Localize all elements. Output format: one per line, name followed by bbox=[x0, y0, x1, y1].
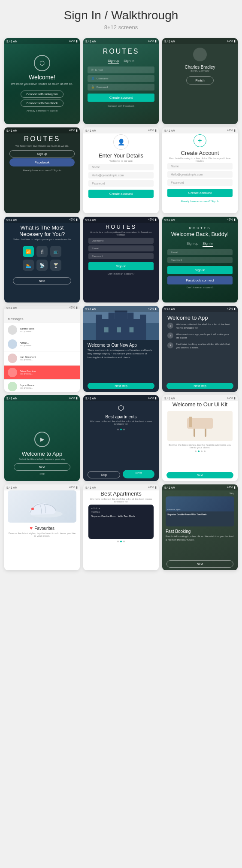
apt-white-heading: Best Apartments bbox=[100, 490, 141, 497]
signin-btn-2[interactable]: Sign in bbox=[167, 266, 233, 274]
apt-heading: Best apartments bbox=[106, 414, 137, 419]
next-step-btn-3[interactable]: Next step bbox=[166, 383, 233, 389]
screen-welcome-aurora: 9:41 AM 42% ▮ ▶ Welcome to App Select fa… bbox=[4, 395, 80, 481]
create-account-btn-2[interactable]: Create account bbox=[167, 189, 233, 197]
user-name: Charles Bradley bbox=[185, 65, 215, 70]
user-location: Berlin, Germany bbox=[191, 70, 209, 72]
status-bar-18: 9:41 AM 42% ▮ bbox=[162, 484, 238, 490]
welcome-subtext: We hope you'll love Routes as much as we… bbox=[11, 82, 73, 85]
svg-rect-10 bbox=[130, 327, 134, 333]
list-item-1: Sarah Harris text preview... bbox=[4, 323, 80, 337]
necessary-heading: What is The Most Necesery for You? bbox=[9, 224, 76, 237]
status-bar-9: 9:41 AM 42% ▮ bbox=[162, 217, 238, 223]
next-btn-3[interactable]: Next bbox=[123, 470, 154, 478]
skip-link-2[interactable]: Skip bbox=[229, 492, 234, 495]
page-container: Sign In / Walkthrough 8+12 screens 9:41 … bbox=[0, 0, 242, 579]
shoe-image bbox=[8, 490, 76, 523]
lock-icon: 🔒 bbox=[91, 85, 95, 89]
email-field[interactable]: ✉ E-mail bbox=[88, 67, 154, 73]
name-field[interactable]: Name bbox=[88, 164, 154, 170]
necessary-subtext: Select facilities to help improve your s… bbox=[13, 238, 71, 241]
bar-icon-btn[interactable]: 🍸 bbox=[50, 260, 61, 271]
screen-favourites: 9:41 AM 42% ▮ ♥ Favo bbox=[4, 484, 80, 570]
utensils-icon-btn[interactable]: 🍴 bbox=[36, 246, 48, 257]
signin-link-2[interactable]: Already have an account? Sign in bbox=[23, 169, 61, 172]
next-btn-2[interactable]: Next bbox=[14, 463, 70, 471]
wifi-icon-btn[interactable]: 📶 bbox=[23, 246, 34, 257]
status-bar-13: 9:41 AM 42% ▮ bbox=[4, 395, 80, 401]
email-field-4[interactable]: E-mail bbox=[88, 245, 154, 251]
create-account-btn[interactable]: Create account bbox=[88, 94, 154, 102]
no-account-link-2[interactable]: Don't have an account? bbox=[187, 286, 214, 289]
svg-rect-7 bbox=[115, 311, 127, 323]
status-bar-12: 9:41 AM 42% ▮ bbox=[162, 306, 238, 312]
username-field-2[interactable]: Username bbox=[88, 238, 154, 244]
tab-signin[interactable]: Sign In bbox=[124, 58, 134, 64]
password-field-3[interactable]: Password bbox=[167, 179, 233, 186]
tab-row: Sign up Sign In bbox=[108, 58, 134, 64]
favourites-subtext: Browse the latest styles, tap the heart … bbox=[8, 532, 76, 537]
next-btn-4[interactable]: Next bbox=[166, 472, 233, 478]
name-field-3[interactable]: Name bbox=[167, 163, 233, 169]
uikit-heading: Welcome to Our Ui Kit bbox=[172, 401, 227, 408]
next-btn-5[interactable]: Next bbox=[166, 560, 233, 568]
tab-signin-2[interactable]: Sign In bbox=[203, 241, 213, 247]
email-field-3[interactable]: Hello@greatsimple.com bbox=[167, 171, 233, 178]
dots-indicator bbox=[117, 429, 125, 430]
hotel-name-label: Superior Double-Room With Two Beds bbox=[167, 513, 233, 516]
skip-btn[interactable]: Skip bbox=[88, 471, 120, 478]
facebook-connect-btn[interactable]: Facebook connect bbox=[167, 276, 233, 284]
signin-link[interactable]: Already a member? Sign In bbox=[27, 109, 58, 112]
password-field-4[interactable]: Password bbox=[88, 253, 154, 259]
fast-booking-subtext: Fast hotel booking in a few clicks. We w… bbox=[166, 535, 234, 542]
instagram-btn[interactable]: Connect with Instagram bbox=[21, 91, 64, 98]
no-account-link[interactable]: Don't have an account? bbox=[108, 272, 135, 275]
uikit-dots bbox=[195, 451, 206, 452]
status-bar-5: 9:41 AM 42% ▮ bbox=[83, 127, 159, 133]
castle-body: There are trends in eveningwear – silhou… bbox=[88, 348, 154, 359]
password-field-2[interactable]: Password bbox=[88, 180, 154, 187]
password-field[interactable]: 🔒 Password bbox=[88, 84, 154, 91]
create-btn[interactable]: Create account bbox=[88, 190, 154, 198]
tab-signup[interactable]: Sign up bbox=[108, 58, 119, 64]
screen-enter-details: 9:41 AM 42% ▮ 👤 Enter Your Details Welco… bbox=[83, 127, 159, 213]
user-detail-icon: 👤 bbox=[113, 134, 129, 150]
signin-link-3[interactable]: Already have an account? Sign In bbox=[181, 200, 219, 203]
tv-icon-btn[interactable]: 📺 bbox=[50, 246, 61, 257]
apt-icon: ⬡ bbox=[118, 404, 124, 412]
facebook-connect-link[interactable]: Connect with Facebook bbox=[108, 105, 135, 107]
email-field-5[interactable]: E-mail bbox=[167, 249, 233, 255]
fast-booking-hotel-card: Barcelona, Spain Superior Double-Room Wi… bbox=[166, 496, 234, 526]
svg-rect-8 bbox=[104, 327, 109, 333]
welcome-back-heading: Welcome Back, Buddy! bbox=[171, 231, 229, 237]
next-step-btn-2[interactable]: Next step bbox=[88, 383, 154, 389]
fast-booking-heading: Fast Booking bbox=[166, 529, 234, 534]
screen-routes-form: 9:41 AM 42% ▮ ROUTES A route is a path o… bbox=[83, 217, 159, 302]
svg-rect-4 bbox=[109, 313, 115, 323]
avatar-1 bbox=[8, 325, 17, 335]
play-button[interactable]: ▶ bbox=[34, 432, 50, 447]
signin-btn[interactable]: Sign in bbox=[88, 262, 154, 270]
screen-swipe-delete: 9:41 AM 42% ▮ Messages Sarah Harris text… bbox=[4, 306, 80, 392]
username-field[interactable]: 👤 Username bbox=[88, 75, 154, 82]
status-bar-3: 9:41 AM 42% ▮ bbox=[162, 38, 238, 44]
facebook-btn-2[interactable]: Facebook bbox=[9, 158, 75, 166]
screen-ui-kit: 9:41 AM 42% ▮ Welcome to Our Ui Kit Brow… bbox=[162, 395, 238, 481]
swim-icon-btn[interactable]: 🏊 bbox=[23, 260, 34, 271]
email-field-2[interactable]: Hello@greatsimple.com bbox=[88, 172, 154, 178]
facebook-btn[interactable]: Connect with Facebook bbox=[21, 100, 64, 107]
avatar-2 bbox=[8, 339, 17, 349]
icon-grid: 📶 🍴 📺 🏊 📡 🍸 bbox=[23, 246, 61, 271]
tab-signup-2[interactable]: Sign up bbox=[187, 241, 198, 247]
skip-link-1[interactable]: Skip bbox=[14, 472, 70, 475]
screen-best-apartments-white: 9:41 AM 42% ▮ Best Apartments We have co… bbox=[83, 484, 159, 570]
screen-welcome-dark: 9:41 AM 42% ▮ ⬡ Welcome! We hope you'll … bbox=[4, 38, 80, 124]
screen-fast-booking: 9:41 AM 42% ▮ Skip Barcelona, Spain Supe… bbox=[162, 484, 238, 570]
finish-btn[interactable]: Finish bbox=[186, 76, 213, 85]
signup-btn[interactable]: Sign up bbox=[9, 150, 75, 157]
svg-rect-12 bbox=[194, 428, 195, 437]
list-item-delete: Brian Grenion text preview... bbox=[4, 366, 80, 380]
signal-icon-btn[interactable]: 📡 bbox=[36, 260, 48, 271]
next-btn-1[interactable]: Next bbox=[13, 277, 71, 284]
password-field-5[interactable]: Password bbox=[167, 257, 233, 263]
